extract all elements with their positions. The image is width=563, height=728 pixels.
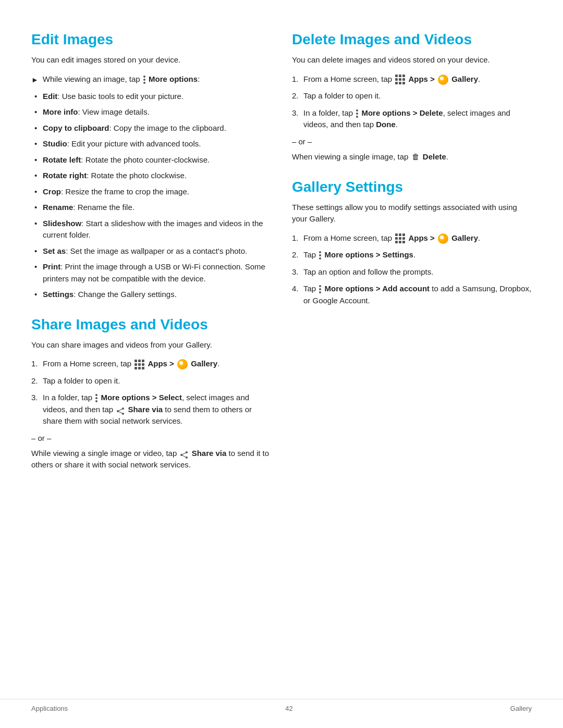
share-images-section: Share Images and Videos You can share im… <box>31 316 271 471</box>
gallery-settings-title: Gallery Settings <box>292 179 532 195</box>
arrow-item-text: While viewing an image, tap More options… <box>43 73 200 85</box>
edit-images-intro: You can edit images stored on your devic… <box>31 54 271 66</box>
list-item: Set as: Set the image as wallpaper or as… <box>31 245 271 257</box>
gallery-app-icon <box>438 233 448 244</box>
or-separator: – or – <box>31 434 271 442</box>
gallery-settings-intro: These settings allow you to modify setti… <box>292 202 532 225</box>
list-item: Settings: Change the Gallery settings. <box>31 289 271 301</box>
apps-grid-icon <box>134 360 144 369</box>
list-item: Rename: Rename the file. <box>31 202 271 214</box>
list-item: More info: View image details. <box>31 106 271 118</box>
list-item: Rotate right: Rotate the photo clockwise… <box>31 170 271 182</box>
list-item: 1. From a Home screen, tap Apps > Galler… <box>292 232 532 244</box>
gallery-settings-section: Gallery Settings These settings allow yo… <box>292 179 532 307</box>
delete-alt-step: When viewing a single image, tap 🗑 Delet… <box>292 151 532 163</box>
delete-images-intro: You can delete images and videos stored … <box>292 54 532 66</box>
list-item: Edit: Use basic tools to edit your pictu… <box>31 91 271 103</box>
share-images-intro: You can share images and videos from you… <box>31 339 271 351</box>
trash-icon: 🗑 <box>412 151 420 163</box>
list-item: 2. Tap More options > Settings. <box>292 249 532 261</box>
list-item: Print: Print the image through a USB or … <box>31 261 271 285</box>
gallery-app-icon <box>438 75 448 85</box>
list-item: 2. Tap a folder to open it. <box>292 90 532 102</box>
list-item: Rotate left: Rotate the photo counter-cl… <box>31 154 271 166</box>
list-item: 1. From a Home screen, tap Apps > Galler… <box>31 358 271 370</box>
gallery-app-icon <box>177 359 188 369</box>
delete-steps-list: 1. From a Home screen, tap Apps > Galler… <box>292 73 532 131</box>
arrow-right-icon: ► <box>31 75 39 85</box>
list-item: Copy to clipboard: Copy the image to the… <box>31 122 271 134</box>
list-item: Slideshow: Start a slideshow with the im… <box>31 218 271 241</box>
delete-images-title: Delete Images and Videos <box>292 31 532 48</box>
svg-line-9 <box>181 455 187 458</box>
edit-options-list: Edit: Use basic tools to edit your pictu… <box>31 91 271 301</box>
share-steps-list: 1. From a Home screen, tap Apps > Galler… <box>31 358 271 427</box>
edit-images-arrow-item: ► While viewing an image, tap More optio… <box>31 73 271 85</box>
list-item: 1. From a Home screen, tap Apps > Galler… <box>292 73 532 85</box>
share-via-icon-alt <box>180 450 188 458</box>
footer-center: 42 <box>285 705 292 712</box>
more-options-icon <box>356 109 358 118</box>
share-images-title: Share Images and Videos <box>31 316 271 333</box>
right-column: Delete Images and Videos You can delete … <box>292 31 532 487</box>
share-alt-step: While viewing a single image or video, t… <box>31 448 271 471</box>
apps-grid-icon <box>395 233 405 243</box>
delete-or-separator: – or – <box>292 137 532 146</box>
list-item: Studio: Edit your picture with advanced … <box>31 138 271 150</box>
edit-images-title: Edit Images <box>31 31 271 48</box>
more-options-icon <box>319 285 321 293</box>
list-item: 3. Tap an option and follow the prompts. <box>292 266 532 278</box>
list-item: 4. Tap More options > Add account to add… <box>292 283 532 306</box>
list-item: 3. In a folder, tap More options > Delet… <box>292 107 532 131</box>
svg-line-3 <box>118 409 123 411</box>
footer-right: Gallery <box>510 705 532 712</box>
list-item: Crop: Resize the frame to crop the image… <box>31 186 271 198</box>
svg-line-8 <box>181 452 187 455</box>
left-column: Edit Images You can edit images stored o… <box>31 31 271 487</box>
edit-images-section: Edit Images You can edit images stored o… <box>31 31 271 301</box>
more-options-icon <box>143 76 145 84</box>
footer: Applications 42 Gallery <box>0 699 563 712</box>
apps-grid-icon <box>395 75 405 84</box>
footer-left: Applications <box>31 705 68 712</box>
more-options-icon <box>319 251 321 260</box>
more-options-label: More options <box>149 75 198 83</box>
more-options-icon <box>95 394 97 402</box>
delete-images-section: Delete Images and Videos You can delete … <box>292 31 532 163</box>
gallery-settings-steps-list: 1. From a Home screen, tap Apps > Galler… <box>292 232 532 307</box>
list-item: 3. In a folder, tap More options > Selec… <box>31 392 271 427</box>
share-via-icon <box>116 406 125 414</box>
svg-line-4 <box>118 411 123 414</box>
list-item: 2. Tap a folder to open it. <box>31 375 271 387</box>
